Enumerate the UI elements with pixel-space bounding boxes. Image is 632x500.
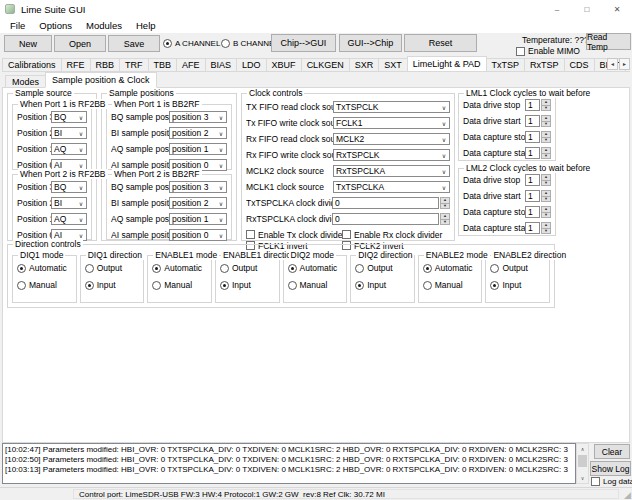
tab-scroll-left-icon[interactable]: ◄: [607, 58, 618, 70]
enable1-mode-automatic-radio[interactable]: Automatic: [152, 263, 211, 273]
tab-sxt[interactable]: SXT: [378, 58, 408, 72]
spin-down-icon[interactable]: ▼: [541, 153, 551, 160]
resize-grip-icon[interactable]: ◢: [624, 490, 631, 500]
minimize-icon[interactable]: –: [542, 0, 572, 18]
chip-to-gui-button[interactable]: Chip-->GUI: [271, 34, 336, 52]
enable1-direction-input-radio[interactable]: Input: [220, 280, 279, 290]
enable-mimo-checkbox[interactable]: Enable MIMO: [516, 46, 580, 56]
p2-position1-select[interactable]: AQ∨: [51, 213, 87, 225]
lml1-data-capture-stop-spinner[interactable]: 1▲▼: [525, 131, 551, 143]
enable2-mode-automatic-radio[interactable]: Automatic: [423, 263, 482, 273]
spin-down-icon[interactable]: ▼: [541, 121, 551, 128]
tab-cds[interactable]: CDS: [564, 58, 595, 72]
spin-down-icon[interactable]: ▼: [541, 180, 551, 187]
spin-down-icon[interactable]: ▼: [541, 212, 551, 219]
menu-modules[interactable]: Modules: [79, 20, 129, 31]
enable2-direction-output-radio[interactable]: Output: [490, 263, 549, 273]
log-data-checkbox[interactable]: Log data: [591, 477, 632, 486]
tab-limelight-pad[interactable]: LimeLight & PAD: [407, 56, 487, 72]
p1-bi-position-select[interactable]: position 2∨: [169, 127, 227, 139]
spin-down-icon[interactable]: ▼: [541, 228, 551, 235]
new-button[interactable]: New: [4, 35, 52, 52]
enable-rx-clock-divider-checkbox[interactable]: Enable Rx clock divider: [342, 230, 442, 240]
spin-down-icon[interactable]: ▼: [541, 105, 551, 112]
tab-sample-position-clock[interactable]: Sample position & Clock: [45, 72, 157, 88]
tx-fifo-read-clock-select[interactable]: TxTSPCLK∨: [333, 101, 450, 113]
menu-options[interactable]: Options: [32, 20, 79, 31]
spin-down-icon[interactable]: ▼: [440, 219, 450, 226]
diq2-mode-manual-radio[interactable]: Manual: [288, 280, 347, 290]
spin-down-icon[interactable]: ▼: [541, 137, 551, 144]
lml2-data-drive-start-spinner[interactable]: 1▲▼: [525, 190, 551, 202]
log-scrollbar[interactable]: ∧ ∨: [576, 443, 589, 484]
scroll-down-icon[interactable]: ∨: [581, 473, 585, 483]
scrollbar-thumb[interactable]: [578, 455, 587, 467]
save-button[interactable]: Save: [108, 35, 160, 52]
maximize-icon[interactable]: □: [572, 0, 602, 18]
tab-rbb[interactable]: RBB: [90, 58, 121, 72]
tab-rfe[interactable]: RFE: [61, 58, 91, 72]
close-icon[interactable]: ✕: [602, 0, 632, 18]
lml1-data-drive-stop-spinner[interactable]: 1▲▼: [525, 99, 551, 111]
txtspclka-divider-spinner[interactable]: 0▲▼: [332, 197, 450, 209]
tab-scroll-right-icon[interactable]: ►: [619, 58, 630, 70]
enable2-direction-input-radio[interactable]: Input: [490, 280, 549, 290]
tx-fifo-write-clock-select[interactable]: FCLK1∨: [333, 117, 450, 129]
diq2-mode-automatic-radio[interactable]: Automatic: [288, 263, 347, 273]
log-list[interactable]: [10:02:47] Parameters modified: HBI_OVR:…: [2, 443, 576, 484]
reset-button[interactable]: Reset: [404, 34, 477, 52]
p1-position2-select[interactable]: BI∨: [51, 127, 87, 139]
tab-xbuf[interactable]: XBUF: [266, 58, 302, 72]
p2-position2-select[interactable]: BI∨: [51, 197, 87, 209]
spin-down-icon[interactable]: ▼: [541, 196, 551, 203]
tab-ldo[interactable]: LDO: [236, 58, 267, 72]
enable1-direction-output-radio[interactable]: Output: [220, 263, 279, 273]
scroll-up-icon[interactable]: ∧: [581, 444, 585, 454]
tab-modes[interactable]: Modes: [5, 75, 46, 88]
p1-position1-select[interactable]: AQ∨: [51, 143, 87, 155]
enable1-mode-manual-radio[interactable]: Manual: [152, 280, 211, 290]
rx-fifo-read-clock-select[interactable]: MCLK2∨: [333, 133, 450, 145]
tab-sxr[interactable]: SXR: [349, 58, 380, 72]
tab-calibrations[interactable]: Calibrations: [2, 58, 62, 72]
diq2-direction-input-radio[interactable]: Input: [355, 280, 414, 290]
tab-afe[interactable]: AFE: [176, 58, 206, 72]
p2-ai-position-select[interactable]: position 0∨: [169, 229, 227, 241]
rxtspclka-divider-spinner[interactable]: 0▲▼: [332, 213, 450, 225]
tab-clkgen[interactable]: CLKGEN: [301, 58, 350, 72]
gui-to-chip-button[interactable]: GUI-->Chip: [339, 34, 402, 52]
menu-file[interactable]: File: [3, 20, 32, 31]
p1-bq-position-select[interactable]: position 3∨: [169, 111, 227, 123]
diq2-direction-output-radio[interactable]: Output: [355, 263, 414, 273]
diq1-mode-manual-radio[interactable]: Manual: [17, 280, 76, 290]
spin-down-icon[interactable]: ▼: [440, 203, 450, 210]
read-temp-button[interactable]: Read Temp: [586, 33, 631, 50]
lml1-data-capture-start-spinner[interactable]: 1▲▼: [525, 147, 551, 159]
tab-tbb[interactable]: TBB: [148, 58, 178, 72]
p2-bq-position-select[interactable]: position 3∨: [169, 181, 227, 193]
rx-fifo-write-clock-select[interactable]: RxTSPCLK∨: [333, 149, 450, 161]
p2-aq-position-select[interactable]: position 1∨: [169, 213, 227, 225]
mclk1-source-select[interactable]: TxTSPCLKA∨: [333, 181, 450, 193]
lml2-data-capture-start-spinner[interactable]: 1▲▼: [525, 222, 551, 234]
clear-button[interactable]: Clear: [594, 444, 630, 459]
enable2-mode-manual-radio[interactable]: Manual: [423, 280, 482, 290]
tab-rxtsp[interactable]: RxTSP: [524, 58, 565, 72]
show-log-button[interactable]: Show Log: [590, 461, 631, 476]
menu-help[interactable]: Help: [129, 20, 163, 31]
tab-bias[interactable]: BIAS: [205, 58, 238, 72]
diq1-mode-automatic-radio[interactable]: Automatic: [17, 263, 76, 273]
diq1-direction-output-radio[interactable]: Output: [85, 263, 144, 273]
lml1-data-drive-start-spinner[interactable]: 1▲▼: [525, 115, 551, 127]
p1-aq-position-select[interactable]: position 1∨: [169, 143, 227, 155]
p2-position3-select[interactable]: BQ∨: [51, 181, 87, 193]
enable-tx-clock-divider-checkbox[interactable]: Enable Tx clock divider: [246, 230, 342, 240]
lml2-data-capture-stop-spinner[interactable]: 1▲▼: [525, 206, 551, 218]
open-button[interactable]: Open: [54, 35, 106, 52]
a-channel-radio[interactable]: A CHANNEL: [163, 39, 220, 48]
p1-position3-select[interactable]: BQ∨: [51, 111, 87, 123]
diq1-direction-input-radio[interactable]: Input: [85, 280, 144, 290]
tab-trf[interactable]: TRF: [119, 58, 149, 72]
mclk2-source-select[interactable]: RxTSPCLKA∨: [333, 165, 450, 177]
p2-bi-position-select[interactable]: position 2∨: [169, 197, 227, 209]
